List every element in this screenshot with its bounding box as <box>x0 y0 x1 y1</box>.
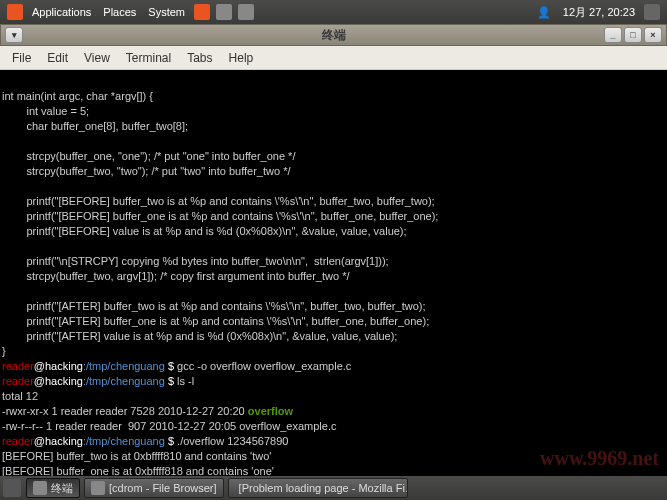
menu-edit[interactable]: Edit <box>39 49 76 67</box>
menu-places[interactable]: Places <box>97 6 142 18</box>
code-line: printf("[BEFORE] value is at %p and is %… <box>2 225 407 237</box>
code-line: printf("\n[STRCPY] copying %d bytes into… <box>2 255 389 267</box>
code-line: strcpy(buffer_two, argv[1]); /* copy fir… <box>2 270 349 282</box>
command: gcc -o overflow overflow_example.c <box>177 360 351 372</box>
volume-icon[interactable] <box>644 4 660 20</box>
clock[interactable]: 12月 27, 20:23 <box>557 5 641 20</box>
minimize-button[interactable]: _ <box>604 27 622 43</box>
command: ls -l <box>177 375 194 387</box>
taskbar-filebrowser[interactable]: [cdrom - File Browser] <box>84 478 224 498</box>
command: ./overflow 1234567890 <box>177 435 288 447</box>
output-line: [BEFORE] buffer_one is at 0xbffff818 and… <box>2 465 274 476</box>
code-line: } <box>2 345 6 357</box>
terminal-content[interactable]: int main(int argc, char *argv[]) { int v… <box>0 70 667 476</box>
code-line: strcpy(buffer_one, "one"); /* put "one" … <box>2 150 295 162</box>
menu-applications[interactable]: Applications <box>26 6 97 18</box>
code-line: printf("[BEFORE] buffer_one is at %p and… <box>2 210 438 222</box>
menu-system[interactable]: System <box>142 6 191 18</box>
menu-help[interactable]: Help <box>221 49 262 67</box>
menu-tabs[interactable]: Tabs <box>179 49 220 67</box>
output-line: [BEFORE] buffer_two is at 0xbffff810 and… <box>2 450 271 462</box>
prompt-user: reader <box>2 360 34 372</box>
code-line: printf("[BEFORE] buffer_two is at %p and… <box>2 195 435 207</box>
close-button[interactable]: × <box>644 27 662 43</box>
menu-file[interactable]: File <box>4 49 39 67</box>
code-line: char buffer_one[8], buffer_two[8]; <box>2 120 188 132</box>
top-panel: Applications Places System 👤 12月 27, 20:… <box>0 0 667 24</box>
taskbar-terminal[interactable]: 终端 <box>26 478 80 498</box>
taskbar-firefox[interactable]: [Problem loading page - Mozilla Fi… <box>228 478 408 498</box>
window-title: 终端 <box>322 27 346 44</box>
menu-terminal[interactable]: Terminal <box>118 49 179 67</box>
help-icon[interactable] <box>216 4 232 20</box>
bottom-panel: 终端 [cdrom - File Browser] [Problem loadi… <box>0 476 667 500</box>
folder-icon <box>91 481 105 495</box>
code-line: strcpy(buffer_two, "two"); /* put "two" … <box>2 165 291 177</box>
window-titlebar[interactable]: ▾ 终端 _ □ × <box>0 24 667 46</box>
menubar: File Edit View Terminal Tabs Help <box>0 46 667 70</box>
output-line: -rw-r--r-- 1 reader reader 907 2010-12-2… <box>2 420 336 432</box>
show-desktop-icon[interactable] <box>3 479 21 497</box>
ubuntu-logo-icon[interactable] <box>7 4 23 20</box>
maximize-button[interactable]: □ <box>624 27 642 43</box>
menu-view[interactable]: View <box>76 49 118 67</box>
terminal-icon <box>33 481 47 495</box>
window-menu-button[interactable]: ▾ <box>5 27 23 43</box>
code-line: printf("[AFTER] buffer_one is at %p and … <box>2 315 429 327</box>
output-line: -rwxr-xr-x 1 reader reader 7528 2010-12-… <box>2 405 248 417</box>
terminal-launcher-icon[interactable] <box>238 4 254 20</box>
user-indicator[interactable]: 👤 <box>531 6 557 19</box>
code-line: printf("[AFTER] buffer_two is at %p and … <box>2 300 425 312</box>
code-line: int value = 5; <box>2 105 89 117</box>
executable-name: overflow <box>248 405 293 417</box>
code-line: int main(int argc, char *argv[]) { <box>2 90 153 102</box>
code-line: printf("[AFTER] value is at %p and is %d… <box>2 330 397 342</box>
firefox-icon[interactable] <box>194 4 210 20</box>
output-line: total 12 <box>2 390 38 402</box>
